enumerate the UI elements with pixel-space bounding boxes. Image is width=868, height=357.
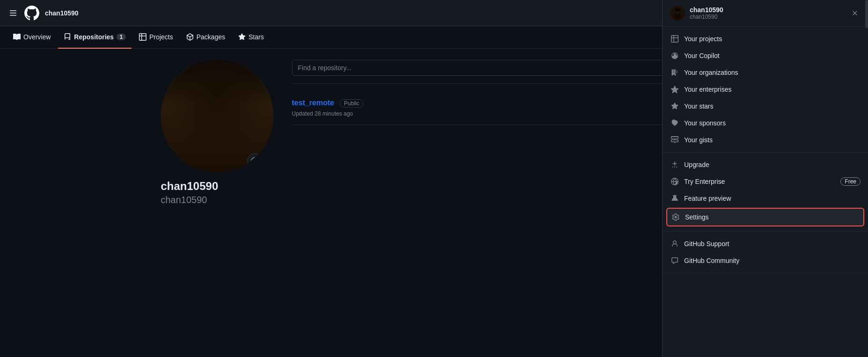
menu-item-upgrade-label: Upgrade (684, 161, 861, 168)
heart-icon (670, 118, 679, 128)
dropdown-section-2: Upgrade Try Enterprise Free Feature prev… (663, 153, 868, 232)
svg-rect-4 (225, 65, 267, 99)
menu-item-your-copilot-label: Your Copilot (684, 52, 861, 59)
svg-rect-15 (219, 106, 227, 112)
tab-stars-label: Stars (248, 33, 264, 41)
menu-item-your-enterprises-label: Your enterprises (684, 86, 861, 93)
svg-line-7 (168, 75, 187, 76)
menu-item-github-community[interactable]: GitHub Community (663, 252, 868, 269)
menu-item-github-support-label: GitHub Support (684, 240, 861, 248)
book-icon (13, 33, 21, 41)
table-icon (139, 33, 146, 41)
dropdown-display-name: chan10590 (690, 6, 845, 14)
menu-item-your-gists[interactable]: Your gists (663, 131, 868, 148)
menu-item-your-stars[interactable]: Your stars (663, 98, 868, 115)
svg-rect-14 (207, 106, 215, 112)
dropdown-section-1: Your projects Your Copilot Your organiza… (663, 27, 868, 153)
tab-overview[interactable]: Overview (7, 26, 56, 49)
tab-repositories-label: Repositories (74, 33, 114, 41)
scrollbar-thumb[interactable] (865, 0, 868, 28)
menu-item-your-gists-label: Your gists (684, 136, 861, 144)
menu-item-your-projects[interactable]: Your projects (663, 30, 868, 47)
svg-rect-5 (233, 75, 273, 108)
menu-item-upgrade[interactable]: Upgrade (663, 156, 868, 173)
enterprise-icon (670, 85, 679, 94)
repo-visibility-badge: Public (340, 99, 364, 108)
menu-item-your-sponsors-label: Your sponsors (684, 119, 861, 127)
user-dropdown-panel: chan10590 chan10590 Your projects (662, 0, 868, 357)
profile-display-name: chan10590 (161, 180, 277, 193)
tab-projects-label: Projects (149, 33, 173, 41)
hamburger-button[interactable] (7, 7, 19, 19)
menu-item-settings[interactable]: Settings (666, 208, 864, 226)
repo-name-link[interactable]: test_remote (292, 99, 335, 107)
package-icon (186, 33, 194, 41)
repo-section: test_remote Public Updated 28 minutes ag… (284, 60, 715, 205)
tab-packages-label: Packages (197, 33, 225, 41)
smiley-icon (251, 157, 258, 165)
dropdown-avatar-image (670, 6, 685, 21)
repo-icon (64, 33, 71, 41)
dropdown-username: chan10590 (690, 14, 845, 20)
left-sidebar: chan10590 chan10590 (153, 60, 284, 205)
dropdown-header: chan10590 chan10590 (663, 0, 868, 27)
svg-point-9 (191, 97, 243, 168)
main-content: chan10590 chan10590 test_remote Public U… (153, 49, 715, 217)
dropdown-section-3: GitHub Support GitHub Community (663, 232, 868, 273)
menu-item-your-sponsors[interactable]: Your sponsors (663, 115, 868, 131)
comment-icon (670, 256, 679, 265)
dropdown-user-info: chan10590 chan10590 (690, 6, 845, 20)
table-row: test_remote Public Updated 28 minutes ag… (292, 91, 708, 125)
menu-item-github-support[interactable]: GitHub Support (663, 235, 868, 252)
menu-item-your-stars-label: Your stars (684, 102, 861, 110)
menu-item-your-projects-label: Your projects (684, 35, 861, 43)
svg-point-13 (220, 106, 226, 112)
svg-point-12 (208, 106, 214, 112)
menu-item-feature-preview[interactable]: Feature preview (663, 190, 868, 207)
menu-item-try-enterprise[interactable]: Try Enterprise Free (663, 173, 868, 190)
beaker-icon (670, 194, 679, 203)
svg-point-11 (197, 81, 237, 109)
repo-name-row: test_remote Public (292, 99, 708, 108)
org-icon (670, 68, 679, 77)
free-badge: Free (840, 177, 861, 186)
person-icon (670, 239, 679, 248)
svg-rect-2 (162, 65, 206, 102)
repo-divider (292, 83, 708, 84)
tab-packages[interactable]: Packages (181, 26, 231, 49)
repositories-count: 1 (117, 34, 126, 40)
svg-line-6 (168, 73, 189, 74)
find-repository-input[interactable] (292, 60, 708, 76)
menu-item-your-organizations[interactable]: Your organizations (663, 64, 868, 81)
nav-username[interactable]: chan10590 (45, 9, 79, 17)
menu-item-try-enterprise-label: Try Enterprise (684, 178, 836, 185)
star-icon (238, 33, 246, 41)
copilot-icon (670, 51, 679, 60)
emoji-button[interactable] (247, 153, 262, 168)
repo-updated-time: Updated 28 minutes ago (292, 110, 708, 117)
close-icon (851, 9, 859, 17)
tab-overview-label: Overview (23, 33, 51, 41)
avatar-container (161, 60, 273, 172)
svg-rect-3 (173, 62, 209, 90)
menu-item-settings-label: Settings (685, 213, 860, 221)
svg-point-10 (199, 87, 235, 126)
menu-item-github-community-label: GitHub Community (684, 257, 861, 264)
github-logo[interactable] (24, 6, 39, 21)
svg-point-20 (675, 8, 680, 12)
star-nav-icon (670, 102, 679, 111)
close-dropdown-button[interactable] (849, 7, 861, 19)
globe-icon (670, 177, 679, 186)
menu-item-your-copilot[interactable]: Your Copilot (663, 47, 868, 64)
gear-icon (671, 212, 680, 222)
code-icon (670, 135, 679, 145)
tab-projects[interactable]: Projects (133, 26, 179, 49)
svg-line-8 (168, 78, 188, 79)
profile-username: chan10590 (161, 195, 277, 205)
tab-stars[interactable]: Stars (233, 26, 270, 49)
menu-item-feature-preview-label: Feature preview (684, 195, 861, 202)
upload-icon (670, 160, 679, 169)
menu-item-your-enterprises[interactable]: Your enterprises (663, 81, 868, 98)
tab-repositories[interactable]: Repositories 1 (58, 26, 131, 49)
scrollbar-track[interactable] (865, 0, 868, 357)
